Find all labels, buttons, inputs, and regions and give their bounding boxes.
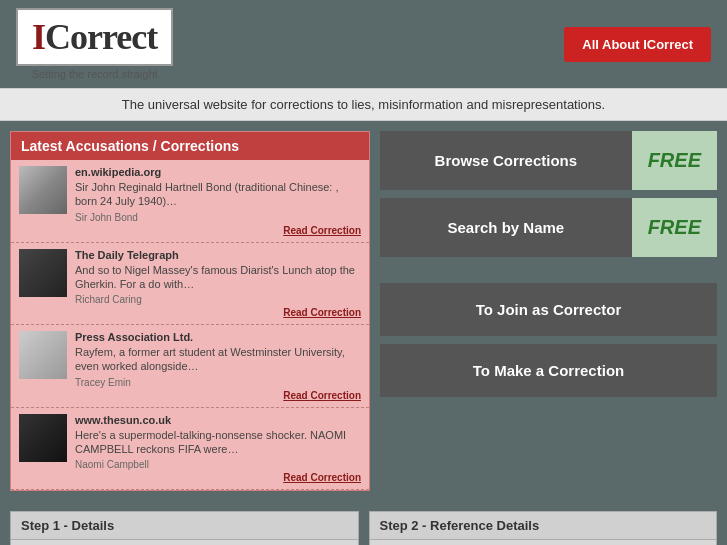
list-item: en.wikipedia.org Sir John Reginald Hartn…: [11, 160, 369, 243]
desc-3: Rayfem, a former art student at Westmins…: [75, 345, 361, 374]
right-panel: Browse Corrections FREE Search by Name F…: [380, 131, 717, 491]
step1-title: Step 1 - Details: [11, 512, 358, 540]
read-link-4[interactable]: Read Correction: [75, 472, 361, 483]
logo-tagline: Setting the record straight: [16, 68, 173, 80]
logo-text: ICorrect: [32, 16, 157, 58]
read-link-2[interactable]: Read Correction: [75, 307, 361, 318]
browse-row: Browse Corrections FREE: [380, 131, 717, 190]
header: ICorrect Setting the record straight All…: [0, 0, 727, 88]
left-panel-title: Latest Accusations / Corrections: [11, 132, 369, 160]
search-by-name-button[interactable]: Search by Name: [380, 198, 632, 257]
thumb-2: [19, 249, 67, 297]
main-content: Latest Accusations / Corrections en.wiki…: [0, 121, 727, 501]
list-item: www.thesun.co.uk Here's a supermodel-tal…: [11, 408, 369, 491]
source-4: www.thesun.co.uk: [75, 414, 361, 426]
left-panel: Latest Accusations / Corrections en.wiki…: [10, 131, 370, 491]
step1-content: Membership Type: Individual: US $1,000 p…: [11, 540, 358, 545]
tagline-text: The universal website for corrections to…: [122, 97, 605, 112]
search-free-badge: FREE: [632, 198, 717, 257]
desc-1: Sir John Reginald Hartnell Bond (traditi…: [75, 180, 361, 209]
thumb-1: [19, 166, 67, 214]
logo-area: ICorrect Setting the record straight: [16, 8, 173, 80]
tagline-bar: The universal website for corrections to…: [0, 88, 727, 121]
step2-content: It is fundamental for ICorrect to confir…: [370, 540, 717, 545]
bottom-content: Step 1 - Details Membership Type: Indivi…: [0, 501, 727, 545]
accusation-text-3: Press Association Ltd. Rayfem, a former …: [75, 331, 361, 401]
person-name-3: Tracey Emin: [75, 377, 361, 388]
desc-2: And so to Nigel Massey's famous Diarist'…: [75, 263, 361, 292]
person-name-4: Naomi Campbell: [75, 459, 361, 470]
search-row: Search by Name FREE: [380, 198, 717, 257]
source-2: The Daily Telegraph: [75, 249, 361, 261]
person-name-2: Richard Caring: [75, 294, 361, 305]
logo-box: ICorrect: [16, 8, 173, 66]
read-link-1[interactable]: Read Correction: [75, 225, 361, 236]
accusation-text-1: en.wikipedia.org Sir John Reginald Hartn…: [75, 166, 361, 236]
read-link-3[interactable]: Read Correction: [75, 390, 361, 401]
person-name-1: Sir John Bond: [75, 212, 361, 223]
accusation-text-4: www.thesun.co.uk Here's a supermodel-tal…: [75, 414, 361, 484]
accusation-text-2: The Daily Telegraph And so to Nigel Mass…: [75, 249, 361, 319]
thumb-4: [19, 414, 67, 462]
join-corrector-button[interactable]: To Join as Corrector: [380, 283, 717, 336]
all-about-button[interactable]: All About ICorrect: [564, 27, 711, 62]
step2-panel: Step 2 - Reference Details It is fundame…: [369, 511, 718, 545]
browse-corrections-button[interactable]: Browse Corrections: [380, 131, 632, 190]
thumb-3: [19, 331, 67, 379]
step1-panel: Step 1 - Details Membership Type: Indivi…: [10, 511, 359, 545]
step2-title: Step 2 - Reference Details: [370, 512, 717, 540]
source-3: Press Association Ltd.: [75, 331, 361, 343]
browse-free-badge: FREE: [632, 131, 717, 190]
list-item: The Daily Telegraph And so to Nigel Mass…: [11, 243, 369, 326]
desc-4: Here's a supermodel-talking-nonsense sho…: [75, 428, 361, 457]
list-item: Press Association Ltd. Rayfem, a former …: [11, 325, 369, 408]
make-correction-button[interactable]: To Make a Correction: [380, 344, 717, 397]
source-1: en.wikipedia.org: [75, 166, 361, 178]
